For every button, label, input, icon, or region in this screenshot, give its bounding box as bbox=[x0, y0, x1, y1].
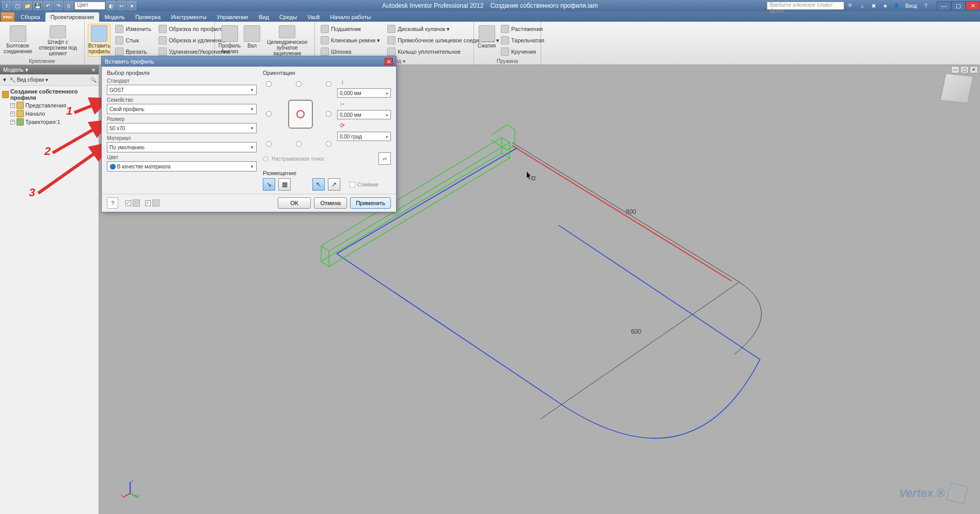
qat-material-icon[interactable]: ◐ bbox=[106, 1, 116, 10]
watermark-cube-icon bbox=[946, 482, 969, 505]
horizontal-offset-input[interactable]: 0,000 мм▸ bbox=[337, 110, 391, 119]
horizontal-offset-icon: ↔ bbox=[337, 100, 347, 108]
qat-more-icon[interactable]: ▾ bbox=[127, 1, 136, 10]
orient-bc-radio[interactable] bbox=[296, 141, 302, 147]
orient-bl-radio[interactable] bbox=[266, 141, 272, 147]
expander-icon[interactable]: + bbox=[10, 120, 15, 124]
insert-frame-button[interactable]: Вставить профиль bbox=[88, 24, 110, 57]
select-face-button[interactable]: ▦ bbox=[278, 178, 291, 191]
tab-view[interactable]: Вид bbox=[254, 12, 274, 22]
qat-print-icon[interactable]: ⎙ bbox=[64, 1, 73, 10]
close-button[interactable]: ✕ bbox=[966, 1, 980, 10]
trim-frame-icon bbox=[159, 25, 167, 33]
expander-icon[interactable]: + bbox=[10, 103, 15, 108]
login-label[interactable]: Вход bbox=[903, 1, 919, 10]
part-icon bbox=[17, 118, 24, 126]
select-edge-button[interactable]: ↘ bbox=[263, 178, 275, 191]
key-button[interactable]: Шпонка bbox=[318, 46, 383, 57]
help-button[interactable]: ? bbox=[107, 197, 118, 209]
belleville-spring-button[interactable]: Тарельчатая bbox=[498, 35, 547, 45]
orient-tl-radio[interactable] bbox=[266, 81, 272, 87]
standard-combo[interactable]: GOST ▼ bbox=[107, 85, 257, 95]
miter-button[interactable]: Стык bbox=[113, 35, 154, 45]
size-combo[interactable]: 50 x70 ▼ bbox=[107, 123, 257, 133]
filter-icon[interactable]: ▼ bbox=[2, 77, 7, 83]
qat-save-icon[interactable]: 💾 bbox=[33, 1, 42, 10]
orient-mr-radio[interactable] bbox=[326, 111, 331, 117]
tab-design[interactable]: Проектирование bbox=[45, 12, 100, 22]
shaft-button[interactable]: Вал bbox=[243, 24, 261, 57]
doc-restore-button[interactable]: ▢ bbox=[960, 66, 969, 73]
orient-tr-radio[interactable] bbox=[326, 81, 331, 87]
find-icon[interactable]: 🔍 bbox=[90, 77, 97, 83]
tab-environments[interactable]: Среды bbox=[274, 12, 302, 22]
vbelt-button[interactable]: Клиновые ремни ▾ bbox=[318, 35, 383, 45]
color-style-combo[interactable]: Цвет bbox=[74, 2, 105, 10]
app-menu-button[interactable]: I bbox=[2, 1, 11, 10]
user-icon[interactable]: 👤 bbox=[892, 1, 901, 10]
ok-button[interactable]: OK bbox=[278, 197, 311, 209]
mirror-button[interactable]: ⇄ bbox=[378, 152, 391, 165]
help-search-input[interactable]: Введите ключевое слово/фразу bbox=[767, 2, 844, 10]
qat-undo-icon[interactable]: ↶ bbox=[43, 1, 53, 10]
tab-assembly[interactable]: Сборка bbox=[15, 12, 45, 22]
doc-minimize-button[interactable]: — bbox=[951, 66, 959, 73]
search-submit-icon[interactable]: 🔍 bbox=[846, 1, 856, 10]
angle-input[interactable]: 0,00 град▸ bbox=[337, 132, 391, 141]
expander-icon[interactable]: + bbox=[10, 112, 15, 116]
minimize-button[interactable]: — bbox=[937, 1, 951, 10]
qat-redo-icon[interactable]: ↷ bbox=[54, 1, 63, 10]
color-combo[interactable]: 🔵 В качестве материала ▼ bbox=[107, 161, 257, 172]
orient-tc-radio[interactable] bbox=[296, 81, 302, 87]
tab-vault[interactable]: Vault bbox=[302, 12, 325, 22]
cursor-mode-button[interactable]: ↖ bbox=[312, 178, 325, 191]
notch-button[interactable]: Врезать bbox=[113, 46, 154, 57]
view-mode-combo[interactable]: 🔧 Вид сборки ▾ bbox=[9, 77, 48, 83]
dialog-close-button[interactable]: ✕ bbox=[385, 58, 393, 65]
vertical-offset-input[interactable]: 0,000 мм▸ bbox=[337, 88, 391, 98]
dialog-footer: ? OK Отмена Применить bbox=[102, 194, 396, 212]
tab-model[interactable]: Модель bbox=[99, 12, 130, 22]
annotation-2: 2 bbox=[44, 145, 51, 158]
tab-manage[interactable]: Управление bbox=[212, 12, 254, 22]
cancel-button[interactable]: Отмена bbox=[314, 197, 347, 209]
pin-hole-button[interactable]: Штифт с отверстием под шплинт bbox=[35, 24, 81, 57]
help-icon[interactable]: ? bbox=[921, 1, 930, 10]
subscription-icon[interactable]: ⌂ bbox=[858, 1, 867, 10]
spur-gear-button[interactable]: Цилиндрическое зубчатое зацепление bbox=[263, 24, 311, 57]
apply-button[interactable]: Применить bbox=[350, 197, 391, 209]
qat-return-icon[interactable]: ↩ bbox=[117, 1, 126, 10]
cursor-alt-button[interactable]: ↗ bbox=[328, 178, 340, 191]
compression-spring-button[interactable]: Сжатия bbox=[477, 24, 496, 57]
edit-button[interactable]: Изменить bbox=[113, 24, 154, 34]
bearing-button[interactable]: Подшипник bbox=[318, 24, 383, 34]
orient-br-radio[interactable] bbox=[326, 141, 331, 147]
dialog-titlebar[interactable]: Вставить профиль ✕ bbox=[102, 56, 396, 67]
extension-spring-button[interactable]: Растяжения bbox=[498, 24, 547, 34]
qat-new-icon[interactable]: ▢ bbox=[12, 1, 22, 10]
tab-inspect[interactable]: Проверка bbox=[130, 12, 166, 22]
frame-analysis-button[interactable]: Профиль Анализ bbox=[218, 24, 241, 57]
exchange-icon[interactable]: ✖ bbox=[869, 1, 878, 10]
family-combo[interactable]: Свой профиль ▼ bbox=[107, 104, 257, 114]
favorite-icon[interactable]: ★ bbox=[880, 1, 890, 10]
browser-close-icon[interactable]: ✕ bbox=[91, 67, 96, 73]
window-buttons: — ▢ ✕ bbox=[937, 1, 980, 10]
oring-icon bbox=[387, 48, 396, 56]
doc-close-button[interactable]: ✕ bbox=[970, 66, 978, 73]
chevron-down-icon: ▼ bbox=[250, 88, 254, 92]
maximize-button[interactable]: ▢ bbox=[951, 1, 966, 10]
material-combo[interactable]: По умолчанию ▼ bbox=[107, 142, 257, 152]
tab-tools[interactable]: Инструменты bbox=[166, 12, 212, 22]
option-check-2[interactable] bbox=[145, 199, 160, 207]
orientation-grid bbox=[265, 80, 332, 147]
tab-getstarted[interactable]: Начало работы bbox=[325, 12, 376, 22]
qat-open-icon[interactable]: 📁 bbox=[23, 1, 32, 10]
browser-header[interactable]: Модель ▾ ✕ bbox=[0, 65, 99, 74]
orient-ml-radio[interactable] bbox=[266, 111, 272, 117]
option-check-1[interactable] bbox=[125, 199, 140, 207]
vbelt-icon bbox=[321, 36, 329, 44]
merge-checkbox[interactable]: Слияние bbox=[350, 182, 378, 188]
bolt-connection-button[interactable]: Болтовое соединение bbox=[3, 24, 33, 57]
torsion-spring-button[interactable]: Кручения bbox=[498, 46, 547, 57]
